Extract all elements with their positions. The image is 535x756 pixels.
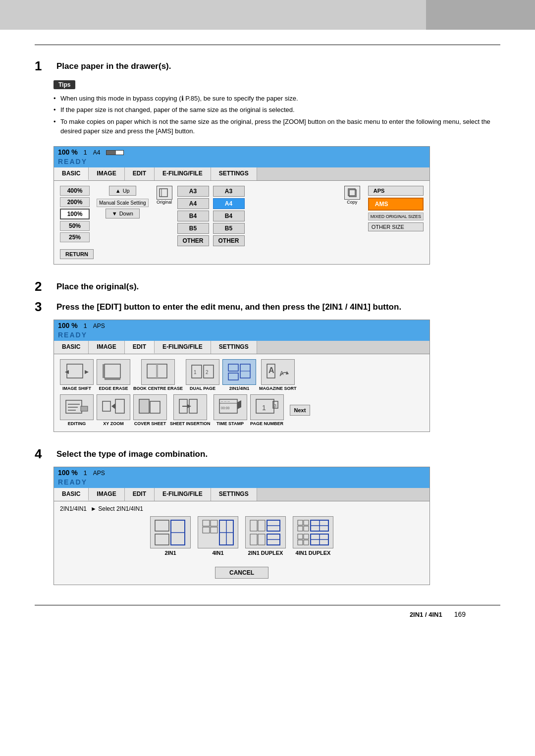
tab-image-2[interactable]: IMAGE [89,341,124,354]
size-a3-col1[interactable]: A3 [177,186,209,197]
editing-label: EDITING [68,421,86,427]
4in1-duplex-option[interactable]: 4IN1 DUPLEX [293,516,333,556]
page-number-btn[interactable]: 1 3 PAGE NUMBER [250,394,284,427]
4in1-option[interactable]: 4IN1 [198,516,238,556]
size-b4-col1[interactable]: B4 [177,211,209,221]
svg-rect-69 [298,526,303,531]
tab-settings-3[interactable]: SETTINGS [211,488,257,501]
tab-efiling-1[interactable]: E-FILING/FILE [155,167,211,180]
zoom-200[interactable]: 200% [60,197,90,207]
size-a4-col1[interactable]: A4 [177,198,209,209]
ready-row-3: READY [54,478,429,488]
status-paper-3: APS [93,470,105,477]
svg-rect-11 [157,364,167,378]
xy-zoom-btn[interactable]: XY ZOOM [97,394,130,427]
svg-rect-34 [150,401,160,413]
aps-ams-area: APS AMS MIXED ORIGINAL SIZES OTHER SIZE [368,186,424,231]
aps-button[interactable]: APS [368,186,424,196]
tab-efiling-3[interactable]: E-FILING/FILE [155,488,211,501]
selection-prompt: ► Select 2IN1/4IN1 [91,505,143,512]
2in1-4in1-btn[interactable]: 2IN1/4IN1 [222,359,256,391]
status-percent-1: 100 % [58,148,78,156]
tips-list: When using this mode in bypass copying (… [54,94,500,136]
tip-item-3: To make copies on paper which is not the… [54,117,500,136]
size-b4-col2[interactable]: B4 [213,211,245,221]
tab-bar-2: BASIC IMAGE EDIT E-FILING/FILE SETTINGS [54,341,429,354]
next-button[interactable]: Next [290,405,311,416]
svg-marker-31 [111,403,115,409]
book-centre-btn[interactable]: BOOK CENTRE ERASE [133,359,183,391]
magazine-sort-icon: A A [261,359,295,385]
tab-basic-3[interactable]: BASIC [54,488,89,501]
return-row: RETURN [60,246,424,259]
time-stamp-btn[interactable]: -- -- -- 00:00 TIME STAMP [214,394,247,427]
tab-settings-1[interactable]: SETTINGS [211,167,257,180]
up-button[interactable]: ▲ Up [109,186,136,196]
tips-label: Tips [54,80,75,89]
ready-text-2: READY [58,331,87,339]
step1-title: Place paper in the drawer(s). [56,59,171,72]
manual-scale[interactable]: Manual Scale Setting [97,199,149,207]
tab-basic-1[interactable]: BASIC [54,167,89,180]
2in1-duplex-option[interactable]: 2IN1 DUPLEX [245,516,286,556]
mixed-original-sizes[interactable]: MIXED ORIGINAL SIZES [368,213,424,220]
ams-button[interactable]: AMS [368,198,424,211]
tip-item-2: If the paper size is not changed, paper … [54,106,500,115]
sheet-insertion-btn[interactable]: SHEET INSERTION [170,394,211,427]
ready-text-3: READY [58,478,87,486]
tab-edit-3[interactable]: EDIT [125,488,155,501]
zoom-400[interactable]: 400% [60,186,90,196]
paper-indicator-1 [106,150,124,155]
status-percent-2: 100 % [58,322,78,329]
other-size-button[interactable]: OTHER SIZE [368,222,424,231]
svg-text:1: 1 [194,370,197,375]
sheet-insertion-label: SHEET INSERTION [170,421,211,427]
2in1-duplex-option-label: 2IN1 DUPLEX [248,550,283,556]
edge-erase-icon [97,359,130,385]
tab-efiling-2[interactable]: E-FILING/FILE [155,341,211,354]
top-bar-right-block [426,0,535,30]
svg-rect-67 [298,520,303,525]
cancel-bar: CANCEL [60,563,424,581]
tab-edit-2[interactable]: EDIT [125,341,155,354]
editing-icon [60,394,94,420]
return-button[interactable]: RETURN [60,249,94,259]
2in1-label: 2IN1/4IN1 [229,386,250,391]
tab-edit-1[interactable]: EDIT [125,167,155,180]
dual-page-btn[interactable]: 1 2 DUAL PAGE [186,359,219,391]
editing-btn[interactable]: EDITING [60,394,94,427]
status-bar-3: 100 % 1 APS [54,467,429,478]
cover-sheet-btn[interactable]: COVER SHEET [133,394,167,427]
magazine-sort-btn[interactable]: A A MAGAZINE SORT [259,359,297,391]
svg-rect-55 [211,527,217,533]
tab-image-3[interactable]: IMAGE [89,488,124,501]
image-shift-btn[interactable]: IMAGE SHIFT [60,359,94,391]
size-other-col1[interactable]: OTHER [177,235,209,246]
page-number-icon: 1 3 [250,394,284,420]
step4-title: Select the type of image combination. [56,447,208,460]
status-bar-2: 100 % 1 APS [54,320,429,331]
tip-item-1: When using this mode in bypass copying (… [54,94,500,104]
size-b5-col1[interactable]: B5 [177,223,209,234]
cancel-button[interactable]: CANCEL [215,567,268,579]
tab-settings-2[interactable]: SETTINGS [211,341,257,354]
cover-sheet-icon [133,394,167,420]
svg-rect-54 [203,527,210,533]
2in1-4in1-icon [222,359,256,385]
2in1-option[interactable]: 2IN1 [150,516,191,556]
tab-image-1[interactable]: IMAGE [89,167,124,180]
top-bar [0,0,535,30]
zoom-50[interactable]: 50% [60,221,90,231]
zoom-100[interactable]: 100% [60,209,90,219]
size-other-col2[interactable]: OTHER [213,235,245,246]
down-button[interactable]: ▼ Down [106,209,140,218]
size-b5-col2[interactable]: B5 [213,223,245,234]
size-a3-col2[interactable]: A3 [213,186,245,197]
zoom-25[interactable]: 25% [60,232,90,242]
edge-erase-btn[interactable]: EDGE ERASE [97,359,130,391]
ready-row-1: READY [54,158,429,167]
step3-title: Press the [EDIT] button to enter the edi… [56,300,401,313]
tab-basic-2[interactable]: BASIC [54,341,89,354]
2in1-duplex-option-icon [245,516,286,548]
size-a4-col2[interactable]: A4 [213,198,245,209]
